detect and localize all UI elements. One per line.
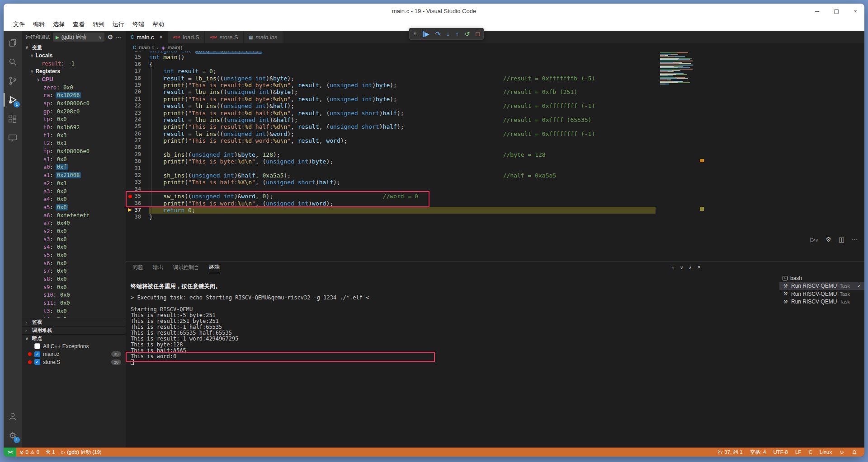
register-row-sp[interactable]: sp:0x408006c0 [22,99,126,107]
code-line-36[interactable]: 36 printf("This is word:%u\n", (unsigned… [126,200,864,207]
gutter[interactable]: 22 [126,103,149,109]
breakpoint-item-store.S[interactable]: ✓store.S20 [22,358,126,366]
code-line-28[interactable]: 28 [126,144,864,151]
menu-item-文件[interactable]: 文件 [9,19,29,30]
breadcrumb-file[interactable]: main.c [139,45,154,50]
debug-config-dropdown[interactable]: ▶ (gdb) 启动 ∨ [53,33,104,42]
gutter[interactable]: 34 [126,186,149,193]
gutter[interactable]: 17 [126,68,149,75]
register-row-fp[interactable]: fp:0x408006e0 [22,147,126,155]
code-line-20[interactable]: 20 result = lbu_ins((unsigned int)&byte)… [126,89,864,95]
callstack-section-header[interactable]: › 调用堆栈 [22,326,126,334]
register-row-a1[interactable]: a1:0x21008 [22,171,126,179]
gutter[interactable]: 23 [126,110,149,117]
terminal-list-item-Run RISCV-QEMU[interactable]: ⚒Run RISCV-QEMUTask [779,290,864,298]
terminal-list-item-bash[interactable]: >bash [779,274,864,282]
register-row-s9[interactable]: s9:0x0 [22,283,126,291]
variables-section-header[interactable]: ∨ 变量 [22,43,126,51]
code-line-22[interactable]: 22 result = lh_ins((unsigned int)&half);… [126,103,864,109]
step-out-button[interactable]: ↑ [456,31,459,37]
gutter[interactable]: 33 [126,179,149,186]
code-line-30[interactable]: 30 printf("This is byte:%d\n", (unsigned… [126,158,864,165]
gutter[interactable]: 19 [126,82,149,89]
gutter[interactable]: 26 [126,131,149,137]
debug-settings-gear-icon[interactable]: ⚙ [107,33,113,41]
register-row-s5[interactable]: s5:0x0 [22,251,126,259]
code-line-34[interactable]: 34 [126,186,864,193]
breadcrumb-symbol[interactable]: main() [168,45,183,50]
gutter[interactable]: 38 [126,214,149,220]
panel-tab-输出[interactable]: 输出 [152,262,164,273]
register-row-a2[interactable]: a2:0x1 [22,179,126,187]
gutter[interactable]: 24 [126,117,149,123]
register-row-ra[interactable]: ra:0x10266 [22,91,126,99]
terminal-list-item-Run RISCV-QEMU[interactable]: ⚒Run RISCV-QEMUTask✓ [779,282,864,290]
register-row-a5[interactable]: a5:0x0 [22,203,126,211]
search-icon[interactable] [4,52,22,71]
register-row-a3[interactable]: a3:0x0 [22,187,126,196]
minimap[interactable] [660,52,700,85]
register-row-a7[interactable]: a7:0x40 [22,219,126,227]
watch-section-header[interactable]: › 监视 [22,318,126,326]
tab-load.S[interactable]: ASMload.S [168,31,205,43]
register-row-s6[interactable]: s6:0x0 [22,259,126,267]
register-row-s3[interactable]: s3:0x0 [22,235,126,243]
gutter[interactable]: 21 [126,96,149,103]
terminal-output[interactable]: 终端将被任务重用，按任意键关闭。 > Executing task: echo … [126,273,779,448]
register-row-a0[interactable]: a0:0xf [22,163,126,172]
code-line-21[interactable]: 21 printf("This is result:%d byte:%d\n",… [126,96,864,103]
language-mode[interactable]: C [805,449,816,455]
breakpoint-dot-icon[interactable] [128,195,132,198]
os-indicator[interactable]: Linux [816,449,836,455]
restart-button[interactable]: ↺ [465,31,470,37]
breakpoint-checkbox[interactable]: ✓ [34,351,40,357]
code-line-32[interactable]: 32 sh_ins((unsigned int)&half, 0xa5a5); … [126,172,864,179]
menu-item-终端[interactable]: 终端 [128,19,148,30]
code-line-23[interactable]: 23 printf("This is result:%d half:%d\n",… [126,110,864,117]
panel-tab-调试控制台[interactable]: 调试控制台 [173,262,200,273]
maximize-panel-icon[interactable]: ∧ [689,265,692,270]
menu-item-转到[interactable]: 转到 [89,19,108,30]
register-row-s1[interactable]: s1:0x0 [22,155,126,163]
register-row-s2[interactable]: s2:0x0 [22,227,126,235]
problems-status[interactable]: ⊘ 0 ⚠ 0 [16,448,42,457]
gutter[interactable]: 36 [126,200,149,207]
code-line-35[interactable]: 35 sw_ins((unsigned int)&word, 0); //wor… [126,193,864,200]
maximize-icon[interactable]: ▢ [834,8,839,14]
panel-tab-终端[interactable]: 终端 [209,261,220,273]
panel-tab-问题[interactable]: 问题 [132,262,143,273]
gutter[interactable]: 27 [126,137,149,144]
gutter[interactable]: 37 [126,207,149,214]
code-line-27[interactable]: 27 printf("This is result:%d word:%u\n",… [126,137,864,144]
more-actions-icon[interactable]: ⋯ [116,33,122,41]
new-terminal-icon[interactable]: + [671,264,675,271]
code-line-38[interactable]: 38} [126,214,864,220]
step-over-button[interactable]: ↷ [435,31,441,37]
register-row-zero[interactable]: zero:0x0 [22,84,126,92]
register-row-s8[interactable]: s8:0x0 [22,275,126,283]
code-line-31[interactable]: 31 [126,165,864,172]
code-line-37[interactable]: 37 return 0; [126,207,864,214]
register-row-s7[interactable]: s7:0x0 [22,267,126,275]
menu-item-编辑[interactable]: 编辑 [29,19,49,30]
remote-indicator[interactable]: >< [4,448,16,457]
code-editor[interactable]: 14unsigned int word = 0xffffffff;15int m… [126,51,864,261]
code-line-24[interactable]: 24 result = lhu_ins((unsigned int)&half)… [126,117,864,123]
remote-explorer-icon[interactable] [4,128,22,147]
code-line-29[interactable]: 29 sb_ins((unsigned int)&byte, 128); //b… [126,151,864,158]
menu-item-帮助[interactable]: 帮助 [148,19,168,30]
gutter[interactable]: 15 [126,54,149,61]
tasks-status[interactable]: ⚒ 1 [42,448,58,457]
chevron-down-icon[interactable]: ∨ [680,265,683,270]
register-row-s4[interactable]: s4:0x0 [22,243,126,252]
tree-group-Registers[interactable]: ∨Registers [22,67,126,75]
code-line-17[interactable]: 17 int result = 0; [126,68,864,75]
close-panel-icon[interactable]: × [698,264,701,271]
tab-main.c[interactable]: Cmain.c× [126,31,168,43]
stop-button[interactable]: □ [476,31,479,37]
gutter[interactable]: 30 [126,158,149,165]
register-row-result[interactable]: result:-1 [22,60,126,68]
gutter[interactable]: 20 [126,89,149,95]
gutter[interactable]: 29 [126,151,149,158]
breakpoint-checkbox[interactable]: ✓ [34,359,40,365]
